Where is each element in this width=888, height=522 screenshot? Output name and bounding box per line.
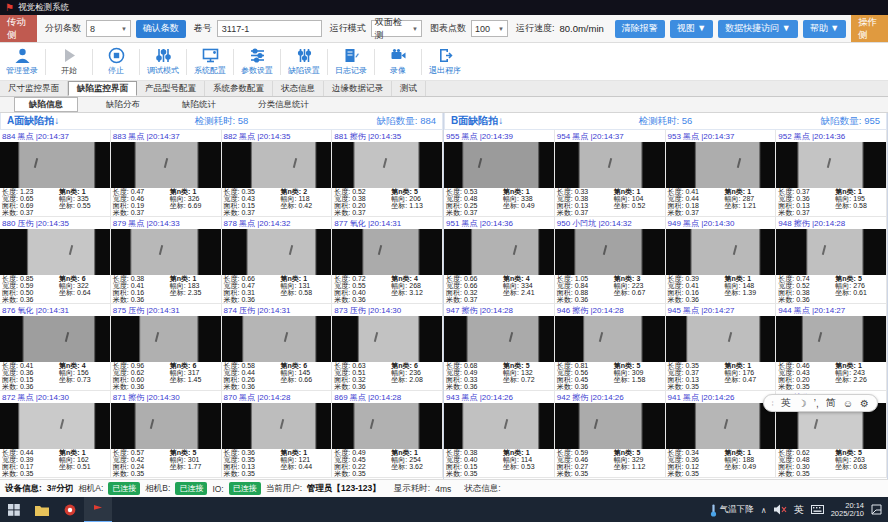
subtab-0[interactable]: 缺陷信息 [14, 97, 78, 112]
start-button[interactable] [0, 497, 28, 522]
defect-cell[interactable]: 944 黑点 |20:14:27长度: 0.46宽度: 0.43面积: 0.20… [776, 304, 887, 391]
tab-4[interactable]: 状态信息 [273, 81, 324, 96]
cell-metrics-right: 第n类: 5幅向: 206坐标: 1.13 [391, 189, 440, 217]
view-menu-button[interactable]: 视图 ▼ [670, 20, 713, 38]
defect-cell[interactable]: 954 黑点 |20:14:37长度: 0.33宽度: 0.38面积: 0.13… [555, 130, 666, 217]
toolbar-button-params[interactable]: 参数设置 [237, 47, 277, 76]
defect-cell[interactable]: 878 黑点 |20:14:32长度: 0.66宽度: 0.47面积: 0.31… [222, 217, 333, 304]
tab-2[interactable]: 产品型号配置 [137, 81, 205, 96]
split-count-select[interactable]: 8▼ [86, 20, 131, 37]
settings-icon[interactable]: ⚙ [860, 398, 869, 409]
defect-cell[interactable]: 950 小凹坑 |20:14:32长度: 1.05宽度: 0.84面积: 0.8… [555, 217, 666, 304]
toolbar-button-log[interactable]: 日志记录 [331, 47, 371, 76]
tray-expand-arrow[interactable]: ∧ [761, 506, 767, 515]
input-en[interactable]: 英 [781, 396, 791, 410]
subtab-1[interactable]: 缺陷分布 [92, 97, 154, 112]
toolbar-button-exit[interactable]: 退出程序 [425, 47, 465, 76]
taskbar-app-inspection[interactable] [84, 497, 112, 522]
confirm-count-button[interactable]: 确认条数 [136, 20, 186, 38]
defect-cell[interactable]: 951 黑点 |20:14:36长度: 0.66宽度: 0.66面积: 0.32… [444, 217, 555, 304]
volume-icon[interactable] [774, 504, 787, 517]
tab-6[interactable]: 测试 [392, 81, 426, 96]
defect-cell[interactable]: 942 擦伤 |20:14:26长度: 0.59宽度: 0.46面积: 0.27… [555, 391, 666, 478]
toolbar-button-record[interactable]: 录像 [378, 47, 418, 76]
play-icon [61, 47, 78, 64]
cell-metrics-right: 第n类: 1幅向: 326坐标: 6.69 [170, 189, 219, 217]
toolbar-button-play[interactable]: 开始 [49, 47, 89, 76]
moon-icon[interactable]: ☽ [798, 398, 807, 409]
drive-side-tag[interactable]: 传动侧 [0, 15, 37, 42]
weather-tray-item[interactable]: 气温下降 [710, 504, 754, 517]
notification-center-icon[interactable] [871, 504, 882, 517]
cell-metrics-right: 第n类: 5幅向: 132坐标: 0.72 [503, 363, 552, 391]
taskbar-app-secondary[interactable] [56, 497, 84, 522]
defect-cell[interactable]: 953 黑点 |20:14:37长度: 0.41宽度: 0.44面积: 0.18… [666, 130, 777, 217]
defect-cell-header: 946 擦伤 |20:14:28 [555, 304, 665, 316]
tab-1[interactable]: 缺陷监控界面 [68, 81, 137, 96]
defect-cell[interactable]: 883 黑点 |20:14:37长度: 0.47宽度: 0.46面积: 0.19… [111, 130, 222, 217]
help-menu-button[interactable]: 帮助 ▼ [803, 20, 846, 38]
defect-cell[interactable]: 941 黑点 |20:14:26长度: 0.34宽度: 0.36面积: 0.12… [666, 391, 777, 478]
defect-cell[interactable]: 952 黑点 |20:14:36长度: 0.37宽度: 0.36面积: 0.13… [776, 130, 887, 217]
data-access-menu-button[interactable]: 数据快捷访问 ▼ [718, 20, 797, 38]
defect-cell-header: 941 黑点 |20:14:26 [666, 391, 776, 403]
input-simplified[interactable]: 简 [826, 396, 836, 410]
defect-cell[interactable]: 949 黑点 |20:14:30长度: 0.39宽度: 0.41面积: 0.16… [666, 217, 777, 304]
defect-cell[interactable]: 882 黑点 |20:14:35长度: 0.35宽度: 0.43面积: 0.15… [222, 130, 333, 217]
toolbar-button-system[interactable]: 系统配置 [190, 47, 230, 76]
toolbar-button-user[interactable]: 管理登录 [2, 47, 42, 76]
defect-cell[interactable]: 884 黑点 |20:14:37长度: 1.23宽度: 0.65面积: 0.69… [0, 130, 111, 217]
defect-cell[interactable]: 870 黑点 |20:14:28长度: 0.36宽度: 0.35面积: 0.13… [222, 391, 333, 478]
defect-cell[interactable]: 955 黑点 |20:14:39长度: 0.53宽度: 0.48面积: 0.25… [444, 130, 555, 217]
defect-cell[interactable]: 874 压伤 |20:14:31长度: 0.58宽度: 0.44面积: 0.26… [222, 304, 333, 391]
panel-title[interactable]: B面缺陷拍↓ [451, 114, 594, 128]
taskbar-language-indicator[interactable]: 英 [794, 503, 804, 517]
subtab-3[interactable]: 分类信息统计 [244, 97, 323, 112]
toolbar-button-stop[interactable]: 停止 [96, 47, 136, 76]
defect-cell-header: 951 黑点 |20:14:36 [444, 217, 554, 229]
toolbar-button-defect[interactable]: 缺陷设置 [284, 47, 324, 76]
defect-cell[interactable]: 945 黑点 |20:14:27长度: 0.35宽度: 0.37面积: 0.13… [666, 304, 777, 391]
defect-cell[interactable]: 877 氧化 |20:14:31长度: 0.72宽度: 0.55面积: 0.40… [332, 217, 443, 304]
clear-alarm-button[interactable]: 清除报警 [615, 20, 665, 38]
defect-cell[interactable]: 880 压伤 |20:14:35长度: 0.85宽度: 0.59面积: 0.50… [0, 217, 111, 304]
inspection-app-icon [92, 504, 104, 516]
defect-cell[interactable]: 873 压伤 |20:14:30长度: 0.63宽度: 0.51面积: 0.32… [332, 304, 443, 391]
defect-cell[interactable]: 948 擦伤 |20:14:28长度: 0.74宽度: 0.52面积: 0.38… [776, 217, 887, 304]
chart-points-select[interactable]: 100▼ [471, 20, 508, 37]
tab-3[interactable]: 系统参数配置 [205, 81, 273, 96]
io-label: IO: [212, 484, 223, 494]
toolbar-button-label: 参数设置 [241, 65, 273, 76]
subtab-2[interactable]: 缺陷统计 [168, 97, 230, 112]
defect-cell[interactable]: 872 黑点 |20:14:30长度: 0.44宽度: 0.39面积: 0.17… [0, 391, 111, 478]
taskbar-clock[interactable]: 20:14 2025/2/10 [831, 502, 864, 519]
touch-keyboard-icon[interactable] [811, 505, 824, 516]
device-info-label: 设备信息: [5, 483, 42, 495]
defect-cell[interactable]: 943 黑点 |20:14:26长度: 0.38宽度: 0.40面积: 0.15… [444, 391, 555, 478]
metric: 坐标: 0.53 [503, 464, 552, 471]
operator-side-tag[interactable]: 操作侧 [851, 15, 888, 42]
defect-cell[interactable]: 947 擦伤 |20:14:28长度: 0.68宽度: 0.49面积: 0.33… [444, 304, 555, 391]
defect-cell[interactable]: 875 压伤 |20:14:31长度: 0.96宽度: 0.62面积: 0.60… [111, 304, 222, 391]
run-mode-select[interactable]: 双面检测▼ [371, 20, 422, 37]
panel-title[interactable]: A面缺陷拍↓ [7, 114, 150, 128]
defect-mark [383, 158, 387, 168]
punctuation-icon[interactable]: ’, [814, 398, 819, 409]
coil-number-input[interactable]: 3117-1 [217, 20, 322, 37]
camera-b-status-badge: 已连接 [175, 482, 207, 495]
tab-5[interactable]: 边缘数据记录 [324, 81, 392, 96]
metric: 米数: 0.36 [557, 384, 614, 391]
defect-cell[interactable]: 876 氧化 |20:14:31长度: 0.41宽度: 0.36面积: 0.15… [0, 304, 111, 391]
defect-cell[interactable]: 871 擦伤 |20:14:30长度: 0.57宽度: 0.42面积: 0.24… [111, 391, 222, 478]
ime-drag-handle[interactable]: ⁞ [772, 399, 774, 408]
defect-cell[interactable]: 881 擦伤 |20:14:35长度: 0.52宽度: 0.38面积: 0.20… [332, 130, 443, 217]
taskbar-app-explorer[interactable] [28, 497, 56, 522]
tab-0[interactable]: 尺寸监控界面 [0, 81, 68, 96]
defect-cell[interactable]: 946 擦伤 |20:14:28长度: 0.81宽度: 0.56面积: 0.45… [555, 304, 666, 391]
defect-cell[interactable]: 869 黑点 |20:14:28长度: 0.49宽度: 0.45面积: 0.22… [332, 391, 443, 478]
cell-metrics-left: 长度: 0.38宽度: 0.40面积: 0.15米数: 0.35 [446, 450, 503, 478]
defect-cell[interactable]: 879 黑点 |20:14:33长度: 0.38宽度: 0.41面积: 0.16… [111, 217, 222, 304]
toolbar-button-debug[interactable]: 调试模式 [143, 47, 183, 76]
emoji-icon[interactable]: ☺ [843, 398, 853, 409]
detect-time: 检测耗时: 58 [150, 115, 293, 128]
